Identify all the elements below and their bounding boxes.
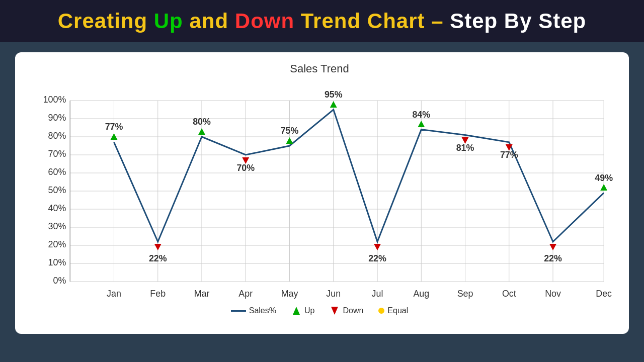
- legend-sales-label: Sales%: [249, 306, 276, 315]
- title-down: Down: [235, 9, 294, 33]
- xaxis-jan: Jan: [107, 289, 121, 299]
- legend-equal-label: Equal: [387, 306, 408, 315]
- legend-down: Down: [330, 306, 363, 316]
- label-mar: 80%: [193, 117, 211, 127]
- chart-title: Sales Trend: [25, 62, 614, 75]
- chart-legend: Sales% Up Down Equal: [25, 306, 614, 316]
- svg-marker-24: [293, 307, 300, 315]
- label-feb: 22%: [149, 253, 167, 263]
- xaxis-dec: Dec: [596, 289, 612, 299]
- marker-jun: [330, 101, 337, 108]
- y-label-0: 0%: [53, 276, 66, 286]
- label-apr: 70%: [236, 163, 255, 173]
- svg-marker-25: [331, 307, 338, 315]
- xaxis-mar: Mar: [194, 289, 210, 299]
- label-oct: 77%: [500, 150, 518, 160]
- marker-may: [286, 137, 293, 144]
- legend-down-icon: [330, 306, 340, 316]
- legend-sales: Sales%: [231, 306, 276, 315]
- label-jun: 95%: [325, 89, 343, 100]
- title-and: and: [183, 9, 235, 33]
- chart-area: 100% 90% 80% 70% 60% 50% 40% 30% 20% 10%…: [25, 80, 614, 302]
- legend-line-icon: [231, 310, 246, 312]
- legend-down-label: Down: [343, 306, 363, 315]
- y-label-40: 40%: [48, 203, 66, 213]
- marker-jul: [374, 244, 381, 250]
- xaxis-may: May: [281, 289, 298, 299]
- label-dec: 49%: [595, 173, 613, 183]
- y-label-100: 100%: [43, 95, 66, 105]
- chart-line: [114, 110, 604, 242]
- chart-svg: 100% 90% 80% 70% 60% 50% 40% 30% 20% 10%…: [25, 80, 614, 302]
- y-label-20: 20%: [48, 239, 66, 249]
- legend-equal: Equal: [378, 306, 408, 315]
- label-sep: 81%: [456, 143, 474, 153]
- legend-up-icon: [291, 306, 301, 316]
- title-stepbystep: Step By Step: [450, 9, 586, 33]
- marker-mar: [198, 128, 205, 135]
- legend-equal-icon: [378, 308, 384, 314]
- marker-aug: [418, 121, 425, 127]
- page-header: Creating Up and Down Trend Chart – Step …: [0, 0, 644, 42]
- label-may: 75%: [281, 126, 299, 136]
- label-jan: 77%: [105, 122, 123, 132]
- y-label-80: 80%: [48, 131, 66, 141]
- label-nov: 22%: [544, 253, 562, 263]
- xaxis-nov: Nov: [545, 289, 561, 299]
- xaxis-oct: Oct: [502, 289, 516, 299]
- title-creating: Creating: [58, 9, 154, 33]
- xaxis-sep: Sep: [457, 289, 473, 299]
- legend-up-label: Up: [304, 306, 314, 315]
- xaxis-apr: Apr: [238, 289, 253, 299]
- chart-container: Sales Trend: [15, 52, 629, 334]
- y-label-50: 50%: [48, 185, 66, 195]
- marker-dec: [600, 184, 607, 191]
- y-label-90: 90%: [48, 113, 66, 123]
- xaxis-jun: Jun: [326, 289, 341, 299]
- marker-nov: [549, 244, 556, 250]
- y-label-30: 30%: [48, 221, 66, 231]
- title-up: Up: [154, 9, 183, 33]
- y-label-10: 10%: [48, 257, 66, 267]
- title-trend: Trend Chart –: [294, 9, 450, 33]
- xaxis-jul: Jul: [372, 289, 383, 299]
- y-label-70: 70%: [48, 149, 66, 159]
- label-aug: 84%: [412, 110, 430, 120]
- legend-up: Up: [291, 306, 314, 316]
- page-title: Creating Up and Down Trend Chart – Step …: [15, 9, 629, 33]
- y-label-60: 60%: [48, 167, 66, 177]
- label-jul: 22%: [368, 253, 386, 263]
- marker-feb: [154, 244, 162, 250]
- xaxis-feb: Feb: [150, 289, 166, 299]
- xaxis-aug: Aug: [413, 289, 429, 299]
